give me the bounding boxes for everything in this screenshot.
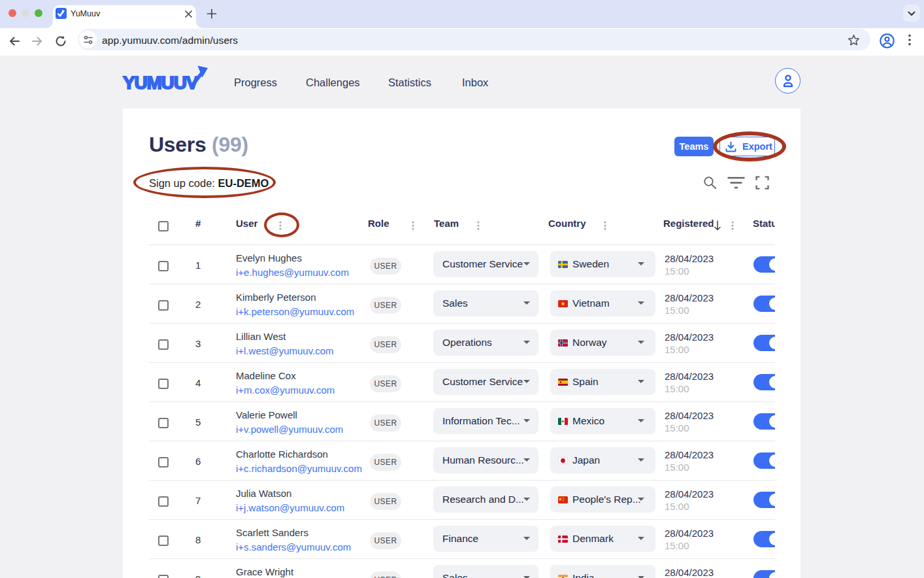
svg-text:YUMUUV: YUMUUV [123,73,199,93]
